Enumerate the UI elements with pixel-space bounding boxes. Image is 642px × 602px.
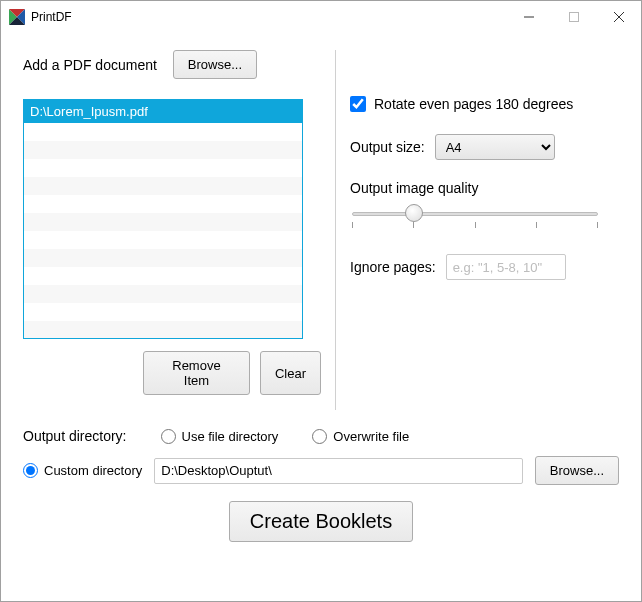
slider-ticks <box>350 222 600 230</box>
ignore-pages-input[interactable] <box>446 254 566 280</box>
output-dir-label: Output directory: <box>23 428 127 444</box>
list-item[interactable]: D:\Lorem_Ipusm.pdf <box>24 100 302 123</box>
create-booklets-button[interactable]: Create Booklets <box>229 501 413 542</box>
list-row <box>24 321 302 339</box>
file-listbox[interactable]: D:\Lorem_Ipusm.pdf <box>23 99 303 339</box>
output-size-row: Output size: A4 <box>350 134 619 160</box>
window-controls <box>506 1 641 32</box>
radio-custom[interactable] <box>23 463 38 478</box>
output-size-label: Output size: <box>350 139 425 155</box>
ignore-label: Ignore pages: <box>350 259 436 275</box>
radio-custom-wrap[interactable]: Custom directory <box>23 463 142 478</box>
quality-block: Output image quality <box>350 180 619 232</box>
quality-label: Output image quality <box>350 180 619 196</box>
radio-usefile-label: Use file directory <box>182 429 279 444</box>
minimize-button[interactable] <box>506 1 551 32</box>
radio-usefile-wrap[interactable]: Use file directory <box>161 429 279 444</box>
list-row <box>24 285 302 303</box>
list-row <box>24 123 302 141</box>
browse-output-button[interactable]: Browse... <box>535 456 619 485</box>
output-row1: Output directory: Use file directory Ove… <box>23 428 619 444</box>
list-row <box>24 231 302 249</box>
list-row <box>24 159 302 177</box>
slider-track <box>352 212 598 216</box>
custom-dir-input[interactable] <box>154 458 523 484</box>
vertical-divider <box>335 50 336 410</box>
clear-button[interactable]: Clear <box>260 351 321 395</box>
add-row: Add a PDF document Browse... <box>23 50 321 79</box>
list-row <box>24 177 302 195</box>
radio-custom-label: Custom directory <box>44 463 142 478</box>
remove-item-button[interactable]: Remove Item <box>143 351 250 395</box>
radio-overwrite-wrap[interactable]: Overwrite file <box>312 429 409 444</box>
rotate-checkbox[interactable] <box>350 96 366 112</box>
titlebar-left: PrintDF <box>9 9 72 25</box>
output-size-select[interactable]: A4 <box>435 134 555 160</box>
radio-overwrite-label: Overwrite file <box>333 429 409 444</box>
rotate-row: Rotate even pages 180 degrees <box>350 96 619 112</box>
list-row <box>24 267 302 285</box>
list-actions: Remove Item Clear <box>143 351 321 395</box>
bottom-area: Output directory: Use file directory Ove… <box>23 428 619 542</box>
list-row <box>24 303 302 321</box>
window-title: PrintDF <box>31 10 72 24</box>
list-row <box>24 195 302 213</box>
left-panel: Add a PDF document Browse... D:\Lorem_Ip… <box>23 50 321 410</box>
browse-pdf-button[interactable]: Browse... <box>173 50 257 79</box>
create-row: Create Booklets <box>23 501 619 542</box>
app-icon <box>9 9 25 25</box>
radio-usefile[interactable] <box>161 429 176 444</box>
list-row <box>24 213 302 231</box>
list-row <box>24 141 302 159</box>
close-button[interactable] <box>596 1 641 32</box>
list-rows <box>24 123 302 339</box>
output-row2: Custom directory Browse... <box>23 456 619 485</box>
svg-rect-5 <box>569 12 578 21</box>
add-pdf-label: Add a PDF document <box>23 57 157 73</box>
quality-slider[interactable] <box>350 204 600 232</box>
radio-overwrite[interactable] <box>312 429 327 444</box>
list-row <box>24 249 302 267</box>
top-area: Add a PDF document Browse... D:\Lorem_Ip… <box>23 50 619 410</box>
titlebar: PrintDF <box>1 1 641 32</box>
content: Add a PDF document Browse... D:\Lorem_Ip… <box>1 32 641 601</box>
ignore-row: Ignore pages: <box>350 254 619 280</box>
maximize-button[interactable] <box>551 1 596 32</box>
app-window: PrintDF Add a PDF document Browse... D: <box>0 0 642 602</box>
rotate-label: Rotate even pages 180 degrees <box>374 96 573 112</box>
slider-thumb[interactable] <box>405 204 423 222</box>
right-panel: Rotate even pages 180 degrees Output siz… <box>350 50 619 410</box>
